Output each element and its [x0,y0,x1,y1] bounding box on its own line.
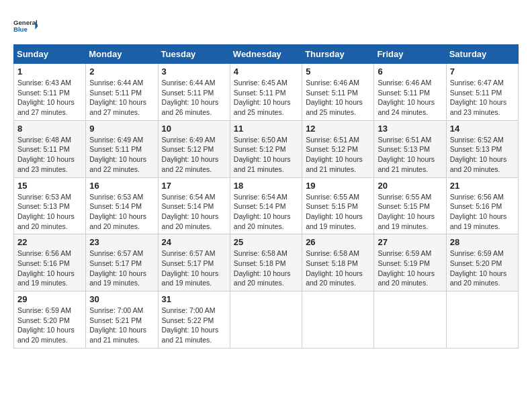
day-number: 1 [17,66,82,77]
calendar-day-cell: 25Sunrise: 6:58 AM Sunset: 5:18 PM Dayli… [230,234,302,291]
day-number: 15 [17,181,82,191]
day-info: Sunrise: 6:56 AM Sunset: 5:16 PM Dayligh… [17,248,82,288]
calendar-day-cell [230,291,302,349]
calendar-day-cell: 14Sunrise: 6:52 AM Sunset: 5:13 PM Dayli… [446,120,518,177]
day-number: 28 [450,237,515,247]
day-info: Sunrise: 6:51 AM Sunset: 5:13 PM Dayligh… [378,135,442,175]
calendar-day-cell [446,291,518,349]
day-number: 11 [234,124,298,134]
day-number: 21 [450,181,515,191]
day-info: Sunrise: 6:46 AM Sunset: 5:11 PM Dayligh… [378,78,442,118]
day-number: 31 [162,294,226,304]
day-info: Sunrise: 6:56 AM Sunset: 5:16 PM Dayligh… [450,192,515,232]
day-info: Sunrise: 6:59 AM Sunset: 5:19 PM Dayligh… [378,248,442,288]
day-info: Sunrise: 6:47 AM Sunset: 5:11 PM Dayligh… [450,78,515,118]
day-number: 14 [450,124,515,134]
logo: General Blue [13,13,38,38]
calendar-day-cell: 4Sunrise: 6:45 AM Sunset: 5:11 PM Daylig… [230,64,302,121]
calendar-day-cell: 18Sunrise: 6:54 AM Sunset: 5:14 PM Dayli… [230,177,302,234]
day-number: 6 [378,66,442,77]
calendar-day-header: Monday [86,45,158,64]
day-info: Sunrise: 6:54 AM Sunset: 5:14 PM Dayligh… [234,192,298,232]
day-number: 7 [450,66,515,77]
calendar-day-cell: 13Sunrise: 6:51 AM Sunset: 5:13 PM Dayli… [374,120,446,177]
day-number: 25 [234,237,298,247]
day-info: Sunrise: 6:44 AM Sunset: 5:11 PM Dayligh… [89,78,154,118]
calendar-day-cell: 22Sunrise: 6:56 AM Sunset: 5:16 PM Dayli… [14,234,86,291]
calendar-day-cell: 28Sunrise: 6:59 AM Sunset: 5:20 PM Dayli… [446,234,518,291]
calendar-day-header: Sunday [14,45,86,64]
calendar-day-header: Saturday [446,45,518,64]
calendar-week-row: 8Sunrise: 6:48 AM Sunset: 5:11 PM Daylig… [14,120,519,177]
calendar-day-header: Tuesday [158,45,230,64]
calendar-header-row: SundayMondayTuesdayWednesdayThursdayFrid… [14,45,519,64]
calendar-day-cell: 27Sunrise: 6:59 AM Sunset: 5:19 PM Dayli… [374,234,446,291]
calendar-day-cell: 15Sunrise: 6:53 AM Sunset: 5:13 PM Dayli… [14,177,86,234]
day-number: 30 [89,294,154,304]
day-info: Sunrise: 6:53 AM Sunset: 5:13 PM Dayligh… [17,192,82,232]
calendar-week-row: 1Sunrise: 6:43 AM Sunset: 5:11 PM Daylig… [14,64,519,121]
svg-text:General: General [13,19,38,26]
day-number: 5 [306,66,370,77]
calendar-day-cell [374,291,446,349]
day-info: Sunrise: 6:53 AM Sunset: 5:14 PM Dayligh… [89,192,154,232]
calendar-day-header: Friday [374,45,446,64]
calendar-day-cell: 10Sunrise: 6:49 AM Sunset: 5:12 PM Dayli… [158,120,230,177]
day-number: 4 [234,66,298,77]
day-info: Sunrise: 6:57 AM Sunset: 5:17 PM Dayligh… [89,248,154,288]
day-number: 22 [17,237,82,247]
day-number: 12 [306,124,370,134]
calendar-day-cell: 29Sunrise: 6:59 AM Sunset: 5:20 PM Dayli… [14,291,86,349]
calendar-week-row: 22Sunrise: 6:56 AM Sunset: 5:16 PM Dayli… [14,234,519,291]
calendar-day-cell: 3Sunrise: 6:44 AM Sunset: 5:11 PM Daylig… [158,64,230,121]
day-info: Sunrise: 6:44 AM Sunset: 5:11 PM Dayligh… [162,78,226,118]
day-info: Sunrise: 6:51 AM Sunset: 5:12 PM Dayligh… [306,135,370,175]
calendar-day-cell: 6Sunrise: 6:46 AM Sunset: 5:11 PM Daylig… [374,64,446,121]
day-info: Sunrise: 6:59 AM Sunset: 5:20 PM Dayligh… [17,306,82,345]
page-header: General Blue [13,13,519,38]
day-number: 20 [378,181,442,191]
calendar-day-cell: 31Sunrise: 7:00 AM Sunset: 5:22 PM Dayli… [158,291,230,349]
calendar-day-cell: 9Sunrise: 6:49 AM Sunset: 5:11 PM Daylig… [86,120,158,177]
day-number: 18 [234,181,298,191]
day-number: 26 [306,237,370,247]
day-info: Sunrise: 6:49 AM Sunset: 5:11 PM Dayligh… [89,135,154,175]
calendar-day-cell [302,291,374,349]
day-info: Sunrise: 6:59 AM Sunset: 5:20 PM Dayligh… [450,248,515,288]
day-info: Sunrise: 6:55 AM Sunset: 5:15 PM Dayligh… [306,192,370,232]
calendar-day-cell: 26Sunrise: 6:58 AM Sunset: 5:18 PM Dayli… [302,234,374,291]
day-number: 8 [17,124,82,134]
day-number: 24 [162,237,226,247]
day-info: Sunrise: 6:58 AM Sunset: 5:18 PM Dayligh… [234,248,298,288]
calendar-day-cell: 17Sunrise: 6:54 AM Sunset: 5:14 PM Dayli… [158,177,230,234]
calendar-day-cell: 19Sunrise: 6:55 AM Sunset: 5:15 PM Dayli… [302,177,374,234]
day-number: 10 [162,124,226,134]
calendar-week-row: 15Sunrise: 6:53 AM Sunset: 5:13 PM Dayli… [14,177,519,234]
day-info: Sunrise: 7:00 AM Sunset: 5:21 PM Dayligh… [89,306,154,345]
calendar-day-cell: 7Sunrise: 6:47 AM Sunset: 5:11 PM Daylig… [446,64,518,121]
day-number: 16 [89,181,154,191]
day-number: 3 [162,66,226,77]
calendar-day-cell: 30Sunrise: 7:00 AM Sunset: 5:21 PM Dayli… [86,291,158,349]
calendar-day-cell: 1Sunrise: 6:43 AM Sunset: 5:11 PM Daylig… [14,64,86,121]
day-number: 13 [378,124,442,134]
calendar-day-cell: 2Sunrise: 6:44 AM Sunset: 5:11 PM Daylig… [86,64,158,121]
day-info: Sunrise: 6:50 AM Sunset: 5:12 PM Dayligh… [234,135,298,175]
day-info: Sunrise: 6:57 AM Sunset: 5:17 PM Dayligh… [162,248,226,288]
day-number: 19 [306,181,370,191]
day-info: Sunrise: 7:00 AM Sunset: 5:22 PM Dayligh… [162,306,226,345]
calendar-week-row: 29Sunrise: 6:59 AM Sunset: 5:20 PM Dayli… [14,291,519,349]
day-number: 17 [162,181,226,191]
day-info: Sunrise: 6:49 AM Sunset: 5:12 PM Dayligh… [162,135,226,175]
day-info: Sunrise: 6:55 AM Sunset: 5:15 PM Dayligh… [378,192,442,232]
calendar-day-header: Wednesday [230,45,302,64]
day-number: 29 [17,294,82,304]
logo-svg: General Blue [13,13,38,38]
day-info: Sunrise: 6:54 AM Sunset: 5:14 PM Dayligh… [162,192,226,232]
calendar-day-cell: 23Sunrise: 6:57 AM Sunset: 5:17 PM Dayli… [86,234,158,291]
svg-text:Blue: Blue [13,26,28,33]
calendar-day-cell: 12Sunrise: 6:51 AM Sunset: 5:12 PM Dayli… [302,120,374,177]
calendar-day-cell: 11Sunrise: 6:50 AM Sunset: 5:12 PM Dayli… [230,120,302,177]
day-info: Sunrise: 6:45 AM Sunset: 5:11 PM Dayligh… [234,78,298,118]
calendar-day-cell: 5Sunrise: 6:46 AM Sunset: 5:11 PM Daylig… [302,64,374,121]
